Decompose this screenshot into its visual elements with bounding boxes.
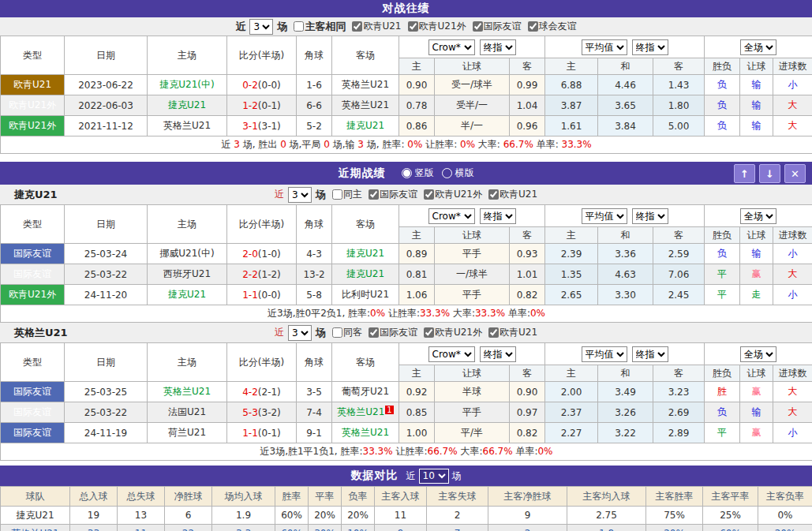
avg-source-select[interactable]: 平均值 — [582, 346, 627, 362]
cell-match-type: 国际友谊 — [1, 382, 65, 402]
league-filter-item[interactable]: 国际友谊 — [468, 20, 522, 33]
team-name[interactable]: 捷克U21 — [1, 507, 70, 525]
radio-vertical-view[interactable] — [402, 168, 412, 178]
cell-handicap: 平/半 — [435, 423, 510, 443]
away-team-link[interactable]: 英格兰U21 — [332, 75, 399, 95]
cell-odds-home: 0.90 — [399, 75, 435, 95]
same-home-filter[interactable]: 同主 — [327, 188, 362, 201]
compare-count-select[interactable]: 10 — [419, 469, 449, 484]
avg-source-select[interactable]: 平均值 — [582, 39, 627, 55]
odds-source-select[interactable]: Crow* — [428, 39, 475, 55]
cell-result: 胜 — [705, 382, 740, 402]
cell-odds-away: 0.82 — [510, 285, 545, 305]
radio-horizontal-view[interactable] — [442, 168, 452, 178]
cell-avg-away: 1.43 — [653, 75, 705, 95]
league-checkbox[interactable] — [352, 21, 362, 32]
league-filter-item[interactable]: 球会友谊 — [523, 20, 577, 33]
cell-corner: 7-4 — [297, 402, 332, 423]
cell-result: 负 — [705, 244, 740, 264]
league-checkbox[interactable] — [424, 189, 434, 200]
h2h-table: 类型 日期 主场 比分(半场) 角球 客场 Crow*终指 平均值终指 全场 主… — [0, 36, 812, 154]
away-team-link[interactable]: 捷克U21 — [332, 264, 399, 285]
league-label: 欧青U21外 — [419, 20, 466, 33]
czech-count-select[interactable]: 3 — [288, 187, 312, 203]
same-venue-checkbox[interactable] — [294, 21, 304, 32]
odds-source-select[interactable]: Crow* — [428, 346, 475, 362]
home-team-link[interactable]: 捷克U21(中) — [148, 75, 227, 95]
home-team-link[interactable]: 荷兰U21 — [148, 423, 227, 443]
stat-value: 11 — [118, 525, 165, 531]
close-button[interactable]: ✕ — [784, 164, 806, 183]
england-team-label: 英格兰U21 — [14, 326, 68, 340]
away-team-link[interactable]: 比利时U21 — [332, 285, 399, 305]
same-home-checkbox[interactable] — [332, 189, 342, 200]
cell-odds-away: 0.96 — [510, 116, 545, 136]
league-filter-item[interactable]: 欧青U21 — [484, 326, 537, 339]
cell-avg-draw: 3.84 — [598, 116, 653, 136]
away-team-link[interactable]: 英格兰U21 — [332, 95, 399, 116]
avg-kind-select[interactable]: 终指 — [632, 39, 668, 55]
scope-select[interactable]: 全场 — [740, 39, 776, 55]
home-team-link[interactable]: 捷克U21 — [148, 285, 227, 305]
home-team-link[interactable]: 捷克U21 — [148, 95, 227, 116]
league-checkbox[interactable] — [424, 327, 434, 338]
scroll-down-button[interactable]: ↓ — [759, 164, 780, 183]
cmp-col-draw-rate: 平率 — [309, 487, 342, 507]
cell-odds-home: 0.78 — [399, 95, 435, 116]
same-away-label: 同客 — [343, 326, 362, 339]
league-checkbox[interactable] — [408, 21, 418, 32]
scope-select[interactable]: 全场 — [740, 346, 776, 362]
compare-table: 球队 总入球 总失球 净胜球 场均入球 胜率 平率 负率 主客入球 主客失球 主… — [0, 486, 812, 531]
league-filter-item[interactable]: 欧青U21 — [484, 188, 537, 201]
home-team-link[interactable]: 挪威U21(中) — [148, 244, 227, 264]
czech-team-label: 捷克U21 — [14, 188, 58, 202]
home-team-link[interactable]: 西班牙U21 — [148, 264, 227, 285]
away-team-link[interactable]: 英格兰U21 — [332, 423, 399, 443]
away-team-link[interactable]: 葡萄牙U21 — [332, 382, 399, 402]
avg-source-select[interactable]: 平均值 — [582, 208, 627, 224]
stat-value: 7 — [427, 525, 488, 531]
cell-goals: 小 — [773, 285, 812, 305]
league-filter-item[interactable]: 国际友谊 — [364, 326, 417, 339]
table-row: 英格兰U21 33 11 22 3.3 60% 30% 10% 9 7 2 1.… — [1, 525, 812, 531]
cmp-col-ha-goal-diff: 主客净胜球 — [488, 487, 567, 507]
league-filter-item[interactable]: 欧青U21外 — [419, 188, 482, 201]
same-away-filter[interactable]: 同客 — [327, 326, 362, 339]
team-name[interactable]: 英格兰U21 — [1, 525, 70, 531]
league-filter-item[interactable]: 欧青U21外 — [419, 326, 482, 339]
h2h-summary: 近 3 场, 胜出 0 场,平局 0 场,输 3 场, 胜率: 0% 让胜率: … — [1, 136, 812, 154]
avg-kind-select[interactable]: 终指 — [632, 346, 668, 362]
away-team-link[interactable]: 捷克U21 — [332, 116, 399, 136]
scope-select[interactable]: 全场 — [740, 208, 776, 224]
england-count-select[interactable]: 3 — [288, 325, 312, 341]
same-venue-filter[interactable]: 主客相同 — [289, 20, 346, 34]
avg-kind-select[interactable]: 终指 — [632, 208, 668, 224]
same-away-checkbox[interactable] — [332, 327, 342, 338]
league-checkbox[interactable] — [488, 189, 499, 200]
stat-value: 13 — [118, 507, 165, 525]
league-checkbox[interactable] — [369, 189, 379, 200]
league-checkbox[interactable] — [528, 21, 538, 32]
league-filter-item[interactable]: 欧青U21 — [347, 20, 401, 33]
odds-kind-select[interactable]: 终指 — [480, 346, 516, 362]
home-team-link[interactable]: 英格兰U21 — [148, 116, 227, 136]
stat-value: 60% — [275, 525, 309, 531]
league-checkbox[interactable] — [473, 21, 483, 32]
home-team-link[interactable]: 法国U21 — [148, 402, 227, 423]
league-checkbox[interactable] — [369, 327, 379, 338]
cell-avg-away: 2.89 — [653, 423, 705, 443]
away-team-link[interactable]: 英格兰U211 — [332, 402, 399, 423]
odds-kind-select[interactable]: 终指 — [480, 208, 516, 224]
league-filter-item[interactable]: 欧青U21外 — [403, 20, 466, 33]
odds-kind-select[interactable]: 终指 — [480, 39, 516, 55]
cmp-col-ha-loss-rate: 主客负率 — [758, 487, 812, 507]
cell-goals: 大 — [773, 95, 812, 116]
league-filter-item[interactable]: 国际友谊 — [364, 188, 417, 201]
h2h-count-select[interactable]: 3 — [249, 19, 273, 35]
scroll-up-button[interactable]: ↑ — [734, 164, 755, 183]
league-checkbox[interactable] — [488, 327, 499, 338]
odds-source-select[interactable]: Crow* — [428, 208, 475, 224]
away-team-link[interactable]: 捷克U21 — [332, 244, 399, 264]
cmp-col-loss-rate: 负率 — [342, 487, 375, 507]
home-team-link[interactable]: 英格兰U21 — [148, 382, 227, 402]
